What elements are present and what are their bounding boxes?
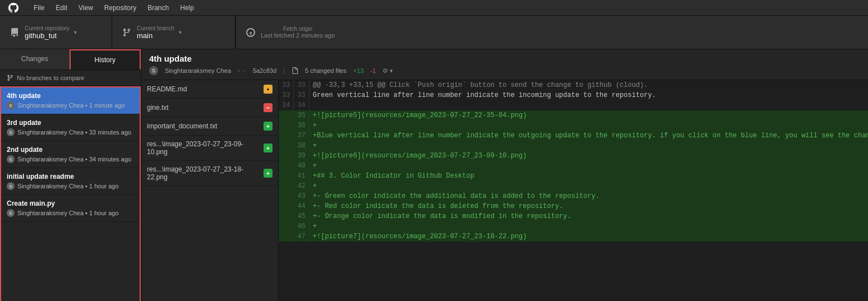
diff-line-content: +- Red color indicate the data is delete…: [309, 201, 868, 211]
current-branch-section[interactable]: Current branch main ▾: [112, 16, 236, 49]
fetch-origin-button[interactable]: Fetch origin Last fetched 2 minutes ago: [236, 16, 359, 49]
diff-line-num-new: 33: [294, 80, 309, 90]
commit-author: Singhtararaksmey Chea: [165, 67, 231, 74]
main-layout: Changes History No branches to compare 4…: [0, 49, 868, 301]
files-panel: README.md • gine.txt − important_documen…: [141, 80, 279, 301]
commit-item[interactable]: 4th update S Singhtararaksmey Chea • 1 m…: [1, 87, 140, 114]
file-item[interactable]: README.md •: [141, 80, 278, 99]
menu-help[interactable]: Help: [176, 2, 198, 13]
diff-line-num-new: 40: [294, 161, 309, 171]
file-status-badge: +: [264, 143, 273, 152]
diff-row: 41 +## 3. Color Indicator in Github Desk…: [279, 171, 868, 181]
file-name: gine.txt: [147, 104, 169, 112]
diff-line-num-new: 47: [294, 231, 309, 242]
commit-item-meta: S Singhtararaksmey Chea • 1 minute ago: [7, 101, 134, 109]
file-status-badge: +: [264, 122, 273, 131]
diff-line-content: +Blue vertical line after line number in…: [309, 131, 868, 141]
commit-author-avatar: S: [149, 66, 158, 75]
diff-line-content: +: [309, 141, 868, 151]
file-status-badge: •: [264, 85, 273, 94]
menu-file[interactable]: File: [29, 2, 49, 13]
tab-changes[interactable]: Changes: [0, 49, 70, 70]
branch-label: Current branch: [137, 25, 174, 31]
diff-line-num-old: [279, 121, 294, 131]
commit-item[interactable]: Create main.py S Singhtararaksmey Chea •…: [1, 195, 140, 222]
settings-icon[interactable]: ⚙ ▾: [382, 67, 393, 75]
diff-line-num-old: [279, 161, 294, 171]
diff-line-content: +: [309, 161, 868, 171]
right-panel: 4th update S Singhtararaksmey Chea •→ 5a…: [141, 49, 868, 301]
file-item[interactable]: res...\image_2023-07-27_23-09-10.png +: [141, 136, 278, 161]
no-branches-bar[interactable]: No branches to compare: [0, 70, 141, 86]
commit-item-author: Singhtararaksmey Chea • 1 hour ago: [17, 183, 119, 189]
diff-line-num-old: [279, 141, 294, 151]
diff-line-num-new: 39: [294, 151, 309, 161]
diff-line-num-old: 33: [279, 90, 294, 100]
branch-name: main: [137, 31, 174, 40]
diff-line-content: +- Green color indicate the additional d…: [309, 191, 868, 201]
commit-item-author: Singhtararaksmey Chea • 34 minutes ago: [17, 156, 131, 163]
menu-repository[interactable]: Repository: [100, 2, 141, 13]
no-branches-text: No branches to compare: [17, 75, 84, 81]
diff-row: 45 +- Orange color indicate the data is …: [279, 211, 868, 221]
commit-item-title: 3rd update: [7, 119, 134, 127]
fetch-sub: Last fetched 2 minutes ago: [261, 32, 335, 39]
menu-edit[interactable]: Edit: [51, 2, 72, 13]
commit-avatar: S: [7, 155, 15, 163]
current-repo-section[interactable]: Current repository github_tut ▾: [0, 16, 112, 49]
diff-line-content: +: [309, 181, 868, 191]
file-name: important_document.txt: [147, 122, 217, 130]
diff-line-content: +![picture5](resources/image_2023-07-27_…: [309, 110, 868, 121]
commit-item[interactable]: initial update readme S Singhtararaksmey…: [1, 168, 140, 195]
commit-item[interactable]: 2nd update S Singhtararaksmey Chea • 34 …: [1, 141, 140, 168]
diff-line-num-old: [279, 231, 294, 242]
file-name: res...\image_2023-07-27_23-09-10.png: [147, 140, 264, 156]
fetch-icon: [245, 27, 256, 38]
commit-avatar: S: [7, 209, 15, 217]
commit-item-author: Singhtararaksmey Chea • 1 minute ago: [17, 102, 125, 109]
commit-item[interactable]: 3rd update S Singhtararaksmey Chea • 33 …: [1, 114, 140, 141]
diff-row: 44 +- Red color indicate the data is del…: [279, 201, 868, 211]
diff-row: 47 +![picture7](resources/image_2023-07-…: [279, 231, 868, 242]
menu-view[interactable]: View: [74, 2, 98, 13]
repo-label: Current repository: [25, 25, 70, 31]
commit-item-author: Singhtararaksmey Chea • 33 minutes ago: [17, 129, 131, 136]
diff-line-num-new: 36: [294, 121, 309, 131]
diff-row: 33 33 @@ -33,3 +33,15 @@ Click `Push ori…: [279, 80, 868, 90]
file-item[interactable]: important_document.txt +: [141, 117, 278, 136]
diff-line-content: @@ -33,3 +33,15 @@ Click `Push origin` b…: [309, 80, 868, 90]
menu-branch[interactable]: Branch: [143, 2, 173, 13]
diff-line-num-new: 45: [294, 211, 309, 221]
file-status-badge: −: [264, 103, 273, 112]
diff-line-content: +## 3. Color Indicator in Github Desktop: [309, 171, 868, 181]
diff-row: 34 34: [279, 100, 868, 110]
commit-item-title: initial update readme: [7, 173, 134, 180]
sidebar-tabs: Changes History: [0, 49, 141, 70]
file-name: res...\image_2023-07-27_23-18-22.png: [147, 165, 264, 181]
branch-small-icon: [7, 75, 13, 81]
tab-history[interactable]: History: [70, 49, 141, 70]
diff-table: 33 33 @@ -33,3 +33,15 @@ Click `Push ori…: [279, 80, 868, 242]
diff-line-num-new: 41: [294, 171, 309, 181]
diff-row: 42 +: [279, 181, 868, 191]
diff-line-num-new: 35: [294, 110, 309, 121]
file-item[interactable]: res...\image_2023-07-27_23-18-22.png +: [141, 161, 278, 186]
diff-row: 39 +![picture6](resources/image_2023-07-…: [279, 151, 868, 161]
branch-chevron-icon: ▾: [179, 29, 182, 35]
commit-list: 4th update S Singhtararaksmey Chea • 1 m…: [0, 86, 141, 301]
branch-icon: [121, 27, 132, 38]
commit-item-title: Create main.py: [7, 200, 134, 207]
diff-panel: 33 33 @@ -33,3 +33,15 @@ Click `Push ori…: [279, 80, 868, 301]
commit-item-meta: S Singhtararaksmey Chea • 34 minutes ago: [7, 155, 134, 163]
diff-line-num-new: 33: [294, 90, 309, 100]
commit-item-meta: S Singhtararaksmey Chea • 33 minutes ago: [7, 128, 134, 136]
diff-line-num-new: 37: [294, 131, 309, 141]
commit-item-meta: S Singhtararaksmey Chea • 1 hour ago: [7, 182, 134, 190]
diff-line-num-new: 46: [294, 221, 309, 231]
diff-line-num-old: 34: [279, 100, 294, 110]
commit-avatar: S: [7, 128, 15, 136]
file-item[interactable]: gine.txt −: [141, 99, 278, 117]
commit-hash: 5a2c83d: [253, 67, 276, 74]
diff-row: 43 +- Green color indicate the additiona…: [279, 191, 868, 201]
sidebar: Changes History No branches to compare 4…: [0, 49, 141, 301]
